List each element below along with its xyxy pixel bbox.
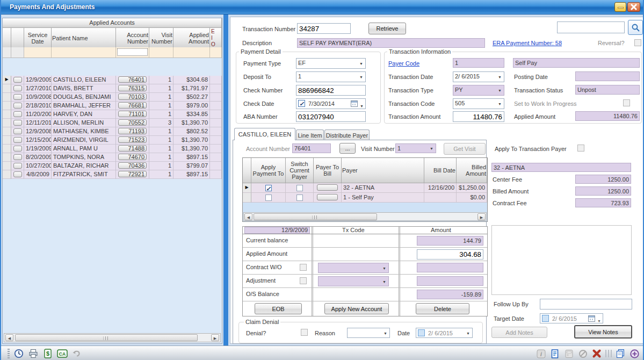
account-number-button[interactable]: 70552 [116, 119, 149, 127]
payer-col-apply[interactable]: Apply Payment To [251, 158, 286, 183]
wip-checkbox[interactable] [623, 99, 630, 106]
apply-payment-checkbox[interactable]: ✓ [265, 185, 272, 191]
transaction-code-dropdown[interactable]: 505 [453, 98, 504, 109]
apply-to-transaction-payer-checkbox[interactable] [577, 145, 584, 152]
add-notes-button[interactable]: Add Notes [491, 327, 547, 338]
account-number-button[interactable]: 76315 [116, 84, 149, 93]
tab-line-item[interactable]: Line Item [296, 129, 324, 140]
account-number-button[interactable]: 71193 [116, 127, 149, 136]
table-row[interactable]: 1/19/2009ARNALL, PAM U 71488 1$1,390.70 [3, 145, 222, 153]
payer-col-bill-date[interactable]: Bill Date [424, 158, 457, 183]
minimize-button[interactable] [614, 2, 626, 12]
chevron-down-icon[interactable]: ▼ [597, 317, 601, 323]
print-icon[interactable] [28, 348, 39, 359]
table-row[interactable]: ▶ 12/9/2009 CASTILLO, EILEEN 76401 1 $30… [3, 76, 222, 84]
visit-number-dropdown[interactable]: 1 [395, 143, 436, 153]
table-row[interactable]: 12/11/201ALLISON, MERLIN 70552 3$1,390.7… [3, 119, 222, 127]
account-number-button[interactable]: 71101 [116, 110, 149, 119]
reversal-checkbox[interactable] [634, 39, 641, 46]
table-row[interactable]: 10/9/2008DOUGLAS, BENJAMI 70103 1$502.27 [3, 93, 222, 102]
table-row[interactable]: 11/20/200HARVEY, DAN 71101 1$334.85 [3, 110, 222, 119]
panel-splitter[interactable] [223, 15, 228, 345]
aba-number-input[interactable] [296, 111, 366, 122]
retrieve-button[interactable]: Retrieve [368, 23, 406, 34]
search-input[interactable] [557, 21, 625, 33]
calendar-icon[interactable] [351, 100, 358, 107]
column-header-patient-name[interactable]: Patient Name [52, 28, 116, 49]
row-select[interactable] [11, 119, 24, 127]
scroll-left-icon[interactable]: ◀ [5, 334, 13, 341]
switch-payer-checkbox[interactable] [296, 195, 303, 201]
clock-icon[interactable] [13, 348, 24, 359]
document-icon[interactable] [549, 348, 560, 359]
transaction-date-dropdown[interactable]: 2/ 6/2015 [453, 71, 504, 82]
close-button[interactable] [627, 2, 640, 12]
adjustment-txcode-dropdown[interactable] [318, 276, 389, 286]
row-select[interactable] [11, 93, 24, 102]
scrollbar-thumb[interactable] [15, 334, 198, 341]
ca-icon[interactable]: CA [57, 348, 68, 359]
account-number-button[interactable]: 71523 [116, 136, 149, 145]
table-row[interactable]: 2/18/2010BRAMHALL, JEFFER 76681 1$979.00 [3, 102, 222, 110]
account-number-button[interactable]: 76401 [116, 76, 149, 84]
denial-date-picker[interactable]: 2/ 6/2015 [416, 328, 473, 338]
search-button[interactable] [628, 20, 643, 35]
scroll-right-icon[interactable]: ▶ [477, 213, 486, 220]
payer-col-billed-amount[interactable]: Billed Amount [457, 158, 487, 183]
account-number-button[interactable]: 70103 [116, 93, 149, 102]
account-number-button[interactable]: 72921 [116, 170, 149, 179]
switch-payer-checkbox[interactable] [296, 185, 303, 191]
payer-row[interactable]: ▶ ✓ 32 - AETNA 12/16/200 $1,250.00 [243, 183, 487, 193]
delete-button[interactable]: Delete [416, 303, 469, 314]
apply-new-account-button[interactable]: Apply New Account [324, 303, 389, 314]
scroll-right-icon[interactable]: ▶ [211, 334, 219, 341]
get-visit-button[interactable]: Get Visit [444, 143, 486, 155]
applied-amount-row-input[interactable] [417, 249, 483, 260]
transaction-type-dropdown[interactable]: PY [453, 85, 504, 96]
follow-up-by-input[interactable] [540, 299, 632, 309]
payer-grid-hscrollbar[interactable]: ◀ ▶ [243, 212, 487, 221]
account-number-button[interactable]: 76681 [116, 102, 149, 110]
chevron-down-icon[interactable]: ▼ [360, 102, 364, 109]
info-icon[interactable]: i [536, 348, 546, 359]
payer-col-payer[interactable]: Payer [342, 158, 424, 183]
table-row[interactable]: 12/15/200ARIZMENDI, VIRGIL 71523 1$1,390… [3, 136, 222, 145]
contract-wo-checkbox[interactable] [300, 264, 307, 271]
account-number-button[interactable]: 71488 [116, 145, 149, 153]
target-date-picker[interactable]: 2/ 6/2015 ▼ [540, 313, 603, 323]
payment-document-icon[interactable]: $ [42, 348, 53, 359]
undo-icon[interactable] [71, 348, 82, 359]
denial-reason-dropdown[interactable] [347, 328, 390, 338]
row-select[interactable] [11, 162, 24, 170]
row-select[interactable] [11, 153, 24, 162]
row-select[interactable] [11, 127, 24, 136]
column-header-visit-number[interactable]: Visit Number [149, 28, 173, 49]
row-select[interactable] [11, 110, 24, 119]
eob-button[interactable]: EOB [255, 303, 302, 314]
deposit-to-dropdown[interactable]: 1 [296, 71, 366, 82]
transaction-number-input[interactable] [297, 23, 351, 34]
scrollbar-thumb[interactable] [254, 213, 377, 220]
browse-account-button[interactable]: ... [339, 143, 356, 154]
row-select[interactable] [11, 102, 24, 110]
check-number-input[interactable] [296, 85, 366, 96]
table-row[interactable]: 12/9/2008MATHIASEN, KIMBE 71193 1$802.52 [3, 127, 222, 136]
contract-wo-txcode-dropdown[interactable] [318, 263, 389, 273]
adjustment-checkbox[interactable] [300, 277, 307, 284]
check-date-checkbox[interactable]: ✓ [298, 100, 305, 107]
blocked-icon[interactable] [577, 348, 588, 359]
delete-x-icon[interactable] [591, 348, 602, 359]
target-date-checkbox[interactable] [542, 315, 549, 322]
row-select[interactable] [11, 136, 24, 145]
payer-row[interactable]: 1 - Self Pay $0.00 [243, 193, 487, 203]
table-row[interactable]: 10/27/200BALTAZAR, RICHAR 70436 1$799.07 [3, 162, 222, 170]
copy-documents-icon[interactable] [615, 348, 626, 359]
transaction-amount-input[interactable] [453, 111, 504, 122]
column-header-applied-amount[interactable]: Applied Amount [173, 28, 210, 49]
denial-date-checkbox[interactable] [418, 329, 425, 336]
payer-col-payer-to-bill[interactable]: Payer To Bill [314, 158, 342, 183]
row-select[interactable] [11, 170, 24, 179]
payment-type-dropdown[interactable]: EF [296, 58, 366, 69]
column-header-account-number[interactable]: Account Number [116, 28, 149, 49]
table-row[interactable]: 8/20/2009TOMPKINS, NORA 74670 1$897.15 [3, 153, 222, 162]
